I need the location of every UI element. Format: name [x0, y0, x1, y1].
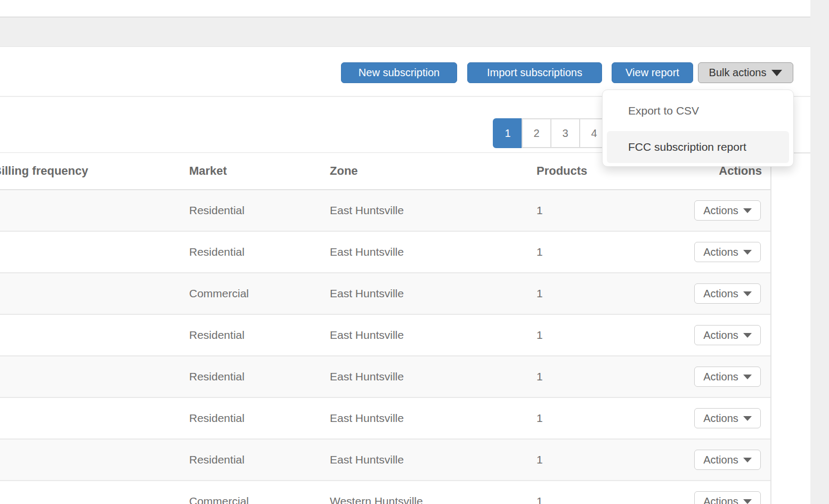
row-actions-label: Actions	[703, 412, 738, 425]
table-row: ResidentialEast Huntsville1Actions	[0, 398, 770, 440]
caret-down-icon	[743, 499, 752, 504]
pagination-page-2[interactable]: 2	[522, 118, 551, 148]
caret-down-icon	[743, 250, 752, 255]
menu-item-fcc-subscription-report[interactable]: FCC subscription report	[607, 131, 789, 163]
row-actions-label: Actions	[703, 495, 738, 504]
screen: New subscription Import subscriptions Vi…	[0, 0, 829, 504]
column-header-market: Market	[189, 153, 227, 189]
row-actions-label: Actions	[703, 205, 738, 217]
caret-down-icon	[771, 70, 782, 76]
new-subscription-button[interactable]: New subscription	[341, 62, 457, 83]
import-subscriptions-button[interactable]: Import subscriptions	[467, 62, 602, 83]
caret-down-icon	[743, 458, 752, 462]
table-row: ResidentialEast Huntsville1Actions	[0, 232, 770, 273]
cell-products: 1	[537, 440, 543, 480]
cell-zone: East Huntsville	[330, 356, 404, 397]
caret-down-icon	[743, 375, 752, 379]
row-actions-label: Actions	[703, 454, 738, 466]
cell-products: 1	[537, 273, 543, 314]
cell-zone: East Huntsville	[330, 398, 404, 438]
row-actions-button[interactable]: Actions	[694, 200, 761, 221]
row-actions-button[interactable]: Actions	[694, 450, 761, 470]
cell-market: Commercial	[189, 481, 249, 504]
row-actions-label: Actions	[703, 329, 738, 342]
cell-zone: East Huntsville	[330, 273, 404, 314]
row-actions-button[interactable]: Actions	[694, 325, 761, 345]
table-row: CommercialWestern Huntsville1Actions	[0, 481, 770, 504]
cell-market: Residential	[189, 440, 245, 480]
bulk-actions-button[interactable]: Bulk actions	[698, 62, 793, 83]
caret-down-icon	[743, 416, 752, 421]
cell-market: Residential	[189, 356, 245, 397]
table-row: ResidentialEast Huntsville1Actions	[0, 440, 770, 481]
table-row: ResidentialEast Huntsville1Actions	[0, 315, 770, 356]
row-actions-button[interactable]: Actions	[694, 367, 761, 387]
row-actions-button[interactable]: Actions	[694, 242, 761, 262]
cell-market: Residential	[189, 315, 245, 355]
cell-market: Commercial	[189, 273, 249, 314]
caret-down-icon	[743, 333, 752, 338]
row-actions-label: Actions	[703, 371, 738, 383]
table-row: ResidentialEast Huntsville1Actions	[0, 190, 770, 232]
pagination: 1234	[493, 118, 609, 148]
cell-products: 1	[537, 481, 543, 504]
cell-zone: East Huntsville	[330, 315, 404, 355]
table-row: CommercialEast Huntsville1Actions	[0, 273, 770, 315]
pagination-page-3[interactable]: 3	[550, 118, 580, 148]
row-actions-button[interactable]: Actions	[694, 408, 761, 428]
cell-zone: Western Huntsville	[330, 481, 423, 504]
bulk-actions-label: Bulk actions	[709, 67, 767, 79]
column-header-zone: Zone	[330, 153, 358, 189]
cell-products: 1	[537, 398, 543, 438]
cell-market: Residential	[189, 190, 245, 231]
cell-products: 1	[537, 190, 543, 231]
bulk-actions-dropdown: Export to CSVFCC subscription report	[602, 90, 794, 167]
pagination-page-1[interactable]: 1	[493, 118, 523, 148]
row-actions-label: Actions	[703, 246, 738, 258]
caret-down-icon	[743, 208, 752, 213]
row-actions-button[interactable]: Actions	[694, 491, 761, 504]
row-actions-label: Actions	[703, 288, 738, 300]
table-body: ResidentialEast Huntsville1ActionsReside…	[0, 190, 770, 504]
top-bar	[0, 0, 810, 18]
subscriptions-table: Billing frequency Market Zone Products A…	[0, 153, 771, 504]
cell-products: 1	[537, 232, 543, 272]
view-report-button[interactable]: View report	[612, 62, 693, 83]
column-header-products: Products	[537, 153, 587, 189]
row-actions-button[interactable]: Actions	[694, 283, 761, 304]
cell-products: 1	[537, 315, 543, 355]
cell-market: Residential	[189, 232, 245, 272]
table-row: ResidentialEast Huntsville1Actions	[0, 356, 770, 398]
caret-down-icon	[743, 291, 752, 296]
cell-zone: East Huntsville	[330, 232, 404, 272]
column-header-billing-frequency: Billing frequency	[0, 153, 88, 189]
cell-zone: East Huntsville	[330, 440, 404, 480]
cell-products: 1	[537, 356, 543, 397]
cell-zone: East Huntsville	[330, 190, 404, 231]
cell-market: Residential	[189, 398, 245, 438]
menu-item-export-to-csv[interactable]: Export to CSV	[607, 95, 789, 127]
